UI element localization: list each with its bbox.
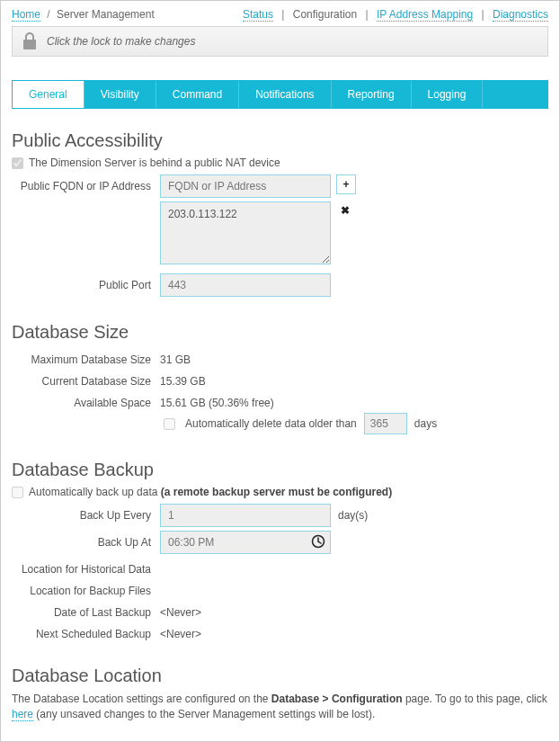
backup-every-unit: day(s) (338, 509, 368, 522)
tab-spacer (483, 81, 547, 108)
remove-fqdn-button[interactable]: ✖ (336, 201, 354, 219)
nav-ip-mapping[interactable]: IP Address Mapping (377, 8, 473, 22)
auto-delete-days-input[interactable] (364, 413, 407, 434)
db-location-text: The Database Location settings are confi… (12, 692, 548, 722)
nav-configuration[interactable]: Configuration (293, 8, 357, 21)
loc-hist-label: Location for Historical Data (12, 558, 160, 576)
tab-reporting[interactable]: Reporting (332, 81, 412, 108)
breadcrumb-sep: / (47, 8, 49, 21)
lock-icon (22, 32, 38, 50)
public-accessibility-heading: Public Accessibility (12, 130, 548, 151)
auto-delete-checkbox[interactable] (164, 418, 175, 430)
db-location-path: Database > Configuration (271, 693, 403, 705)
fqdn-list[interactable]: 203.0.113.122 (160, 201, 331, 264)
backup-at-input[interactable] (160, 531, 331, 554)
auto-delete-label: Automatically delete data older than (185, 417, 357, 430)
next-backup-value: <Never> (160, 622, 201, 640)
tab-notifications[interactable]: Notifications (239, 81, 331, 108)
nav-status[interactable]: Status (243, 8, 273, 22)
public-port-label: Public Port (12, 273, 160, 291)
tab-general[interactable]: General (13, 81, 84, 108)
top-nav: Status | Configuration | IP Address Mapp… (243, 8, 548, 21)
max-db-label: Maximum Database Size (12, 348, 160, 366)
last-backup-value: <Never> (160, 601, 201, 619)
fqdn-input[interactable] (160, 174, 331, 198)
avail-space-label: Available Space (12, 391, 160, 409)
plus-icon: + (342, 178, 349, 191)
db-size-heading: Database Size (12, 322, 548, 343)
nat-checkbox-label: The Dimension Server is behind a public … (29, 156, 280, 169)
breadcrumb-current: Server Management (57, 8, 155, 21)
next-backup-label: Next Scheduled Backup (12, 622, 160, 640)
tab-bar: General Visibility Command Notifications… (12, 80, 548, 109)
loc-files-label: Location for Backup Files (12, 579, 160, 597)
tab-visibility[interactable]: Visibility (84, 81, 156, 108)
lock-bar[interactable]: Click the lock to make changes (12, 26, 548, 57)
backup-every-label: Back Up Every (12, 504, 160, 522)
auto-delete-unit: days (414, 417, 437, 430)
close-icon: ✖ (341, 204, 350, 217)
backup-at-label: Back Up At (12, 531, 160, 549)
nav-diagnostics[interactable]: Diagnostics (493, 8, 548, 22)
auto-backup-label: Automatically back up data (29, 486, 157, 498)
db-backup-heading: Database Backup (12, 460, 548, 480)
add-fqdn-button[interactable]: + (336, 174, 356, 194)
cur-db-value: 15.39 GB (160, 370, 206, 388)
fqdn-label: Public FQDN or IP Address (12, 174, 160, 192)
avail-space-value: 15.61 GB (50.36% free) (160, 391, 274, 409)
tab-command[interactable]: Command (156, 81, 239, 108)
auto-backup-hint: (a remote backup server must be configur… (161, 486, 392, 498)
breadcrumb: Home / Server Management (12, 8, 155, 21)
breadcrumb-home[interactable]: Home (12, 8, 40, 22)
db-location-link[interactable]: here (12, 708, 33, 721)
last-backup-label: Date of Last Backup (12, 601, 160, 619)
backup-every-input[interactable] (160, 504, 331, 527)
db-location-heading: Database Location (12, 666, 548, 686)
max-db-value: 31 GB (160, 348, 191, 366)
public-port-input[interactable] (160, 273, 331, 297)
lock-text: Click the lock to make changes (47, 35, 195, 48)
tab-logging[interactable]: Logging (412, 81, 484, 108)
clock-icon[interactable] (311, 534, 325, 551)
nat-checkbox[interactable] (12, 157, 23, 169)
cur-db-label: Current Database Size (12, 370, 160, 388)
auto-backup-checkbox[interactable] (12, 487, 23, 498)
